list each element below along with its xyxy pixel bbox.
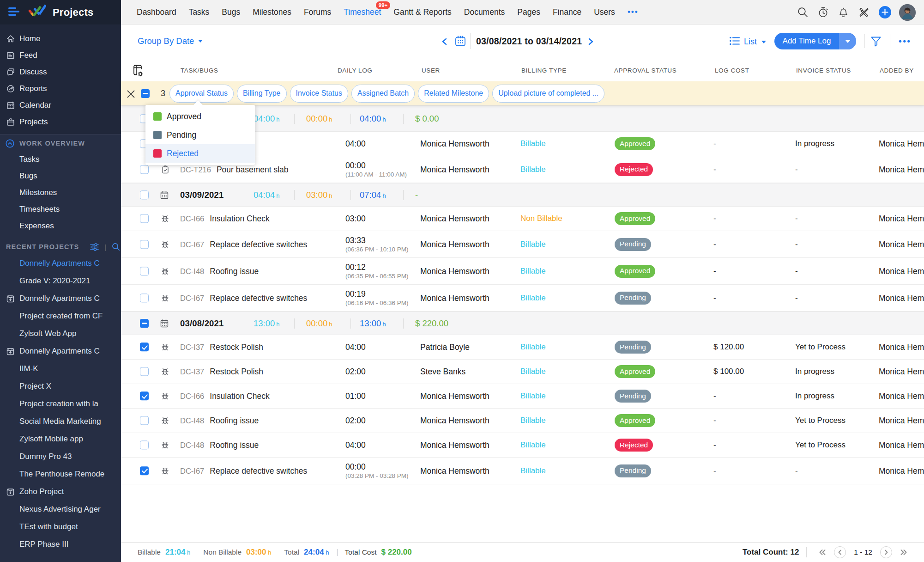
sidebar-subitem-timesheets[interactable]: Timesheets — [19, 205, 60, 214]
chevron-right-icon[interactable] — [588, 38, 594, 44]
item-name[interactable]: Roofing issue — [210, 416, 259, 425]
sidebar-subitem-expenses[interactable]: Expenses — [19, 221, 54, 231]
sidebar-item-home[interactable]: Home — [0, 31, 121, 47]
row-checkbox[interactable] — [140, 165, 149, 174]
filter-chip-approval-status[interactable]: Approval Status — [169, 85, 234, 103]
top-nav-item-documents[interactable]: Documents — [464, 7, 505, 17]
tools-icon[interactable] — [858, 7, 869, 18]
item-name[interactable]: Roofing issue — [210, 440, 259, 450]
row-checkbox[interactable] — [140, 240, 149, 249]
hamburger-menu-icon[interactable] — [8, 6, 20, 18]
bell-icon[interactable] — [838, 7, 849, 18]
item-name[interactable]: Roofing issue — [210, 266, 259, 275]
group-by-selector[interactable]: Group By Date — [138, 36, 203, 46]
column-header-log-cost[interactable]: LOG COST — [715, 67, 749, 74]
row-checkbox[interactable] — [140, 441, 149, 450]
row-checkbox[interactable] — [140, 293, 149, 302]
top-nav-item-timesheet[interactable]: Timesheet99+ — [344, 7, 381, 17]
next-page-icon[interactable] — [880, 546, 892, 558]
recent-project-item[interactable]: Grade V: 2020-2021 — [0, 272, 117, 290]
column-header-billing-type[interactable]: BILLING TYPE — [521, 67, 567, 74]
sidebar-subitem-bugs[interactable]: Bugs — [19, 171, 37, 181]
sidebar-item-discuss[interactable]: Discuss — [0, 64, 121, 80]
item-name[interactable]: Insulation Check — [210, 214, 269, 223]
last-page-icon[interactable] — [899, 547, 909, 557]
top-nav-item-dashboard[interactable]: Dashboard — [137, 7, 176, 17]
recent-project-item[interactable]: Project creation with la — [0, 395, 117, 413]
top-nav-item-milestones[interactable]: Milestones — [253, 7, 291, 17]
sidebar-item-calendar[interactable]: Calendar — [0, 97, 121, 114]
recent-project-item[interactable]: Project created from CF — [0, 307, 117, 325]
recent-project-item[interactable]: Nexus Advertising Ager — [0, 501, 117, 518]
top-nav-more-button[interactable]: ••• — [628, 7, 639, 17]
sidebar-subitem-milestones[interactable]: Milestones — [19, 188, 57, 197]
item-name[interactable]: Pour basement slab — [217, 165, 289, 174]
item-name[interactable]: Replace defective switches — [210, 239, 307, 249]
filter-chip-invoice-status[interactable]: Invoice Status — [290, 85, 349, 103]
top-nav-item-bugs[interactable]: Bugs — [222, 7, 240, 17]
column-header-added-by[interactable]: ADDED BY — [880, 67, 914, 74]
sidebar-section-work-overview[interactable]: WORK OVERVIEW — [0, 135, 121, 152]
filter-chip-assigned-batch[interactable]: Assigned Batch — [351, 85, 415, 103]
recent-project-item[interactable]: Zoho Project — [0, 483, 117, 501]
top-nav-item-finance[interactable]: Finance — [553, 7, 581, 17]
row-checkbox[interactable] — [140, 466, 149, 475]
view-switcher[interactable]: List — [730, 37, 766, 47]
recent-project-item[interactable]: Zylsoft Web App — [0, 325, 117, 342]
sidebar-subitem-tasks[interactable]: Tasks — [19, 155, 39, 164]
group-checkbox[interactable] — [140, 319, 149, 328]
top-nav-item-pages[interactable]: Pages — [517, 7, 540, 17]
select-all-checkbox[interactable] — [141, 89, 150, 98]
recent-project-item[interactable]: Project X — [0, 378, 117, 395]
sidebar-item-reports[interactable]: Reports — [0, 80, 121, 97]
search-icon[interactable] — [797, 7, 808, 18]
toolbar-more-button[interactable]: ••• — [899, 36, 911, 46]
calendar-picker-icon[interactable] — [455, 36, 466, 47]
column-header-approval-status[interactable]: APPROVAL STATUS — [614, 67, 676, 74]
first-page-icon[interactable] — [817, 547, 827, 557]
dropdown-option-rejected[interactable]: Rejected — [145, 144, 255, 163]
filter-chip-related-milestone[interactable]: Related Milestone — [418, 85, 489, 103]
column-header-task-bugs[interactable]: TASK/BUGS — [181, 67, 218, 74]
filter-chip-billing-type[interactable]: Billing Type — [237, 85, 287, 103]
plus-icon[interactable] — [879, 6, 891, 18]
timer-icon[interactable] — [818, 7, 828, 18]
recent-project-item[interactable]: The Penthouse Remode — [0, 465, 117, 483]
row-checkbox[interactable] — [140, 267, 149, 275]
prev-page-icon[interactable] — [834, 546, 846, 558]
row-checkbox[interactable] — [140, 343, 149, 352]
top-nav-item-forums[interactable]: Forums — [304, 7, 331, 17]
item-name[interactable]: Insulation Check — [210, 391, 269, 401]
recent-project-item[interactable]: TEst with budget — [0, 518, 117, 536]
item-name[interactable]: Restock Polish — [210, 342, 263, 352]
item-name[interactable]: Replace defective switches — [210, 466, 307, 475]
group-checkbox[interactable] — [140, 190, 149, 199]
recent-project-item[interactable]: Social Media Marketing — [0, 413, 117, 430]
column-header-invoice-status[interactable]: INVOICE STATUS — [796, 67, 851, 74]
row-checkbox[interactable] — [140, 392, 149, 401]
filter-funnel-icon[interactable] — [871, 37, 881, 47]
row-checkbox[interactable] — [140, 214, 149, 223]
recent-project-item[interactable]: IIM-K — [0, 360, 117, 378]
recent-project-item[interactable]: Donnelly Apartments C — [0, 342, 117, 360]
item-name[interactable]: Replace defective switches — [210, 293, 307, 302]
add-time-log-button[interactable]: Add Time Log — [774, 33, 856, 49]
dropdown-option-approved[interactable]: Approved — [145, 107, 255, 126]
top-nav-item-users[interactable]: Users — [594, 7, 615, 17]
dropdown-option-pending[interactable]: Pending — [145, 126, 255, 144]
add-time-log-dropdown[interactable] — [839, 33, 856, 49]
chevron-left-icon[interactable] — [441, 38, 447, 44]
row-checkbox[interactable] — [140, 367, 149, 376]
column-header-daily-log[interactable]: DAILY LOG — [338, 67, 372, 74]
sidebar-item-feed[interactable]: Feed — [0, 47, 121, 64]
recent-project-item[interactable]: Dummy Pro 43 — [0, 448, 117, 465]
recent-project-item[interactable]: Donnelly Apartments C — [0, 255, 117, 272]
search-icon[interactable] — [112, 243, 120, 251]
item-name[interactable]: Restock Polish — [210, 367, 263, 376]
sidebar-item-projects[interactable]: Projects — [0, 114, 121, 130]
recent-project-item[interactable]: ERP Phase III — [0, 536, 117, 553]
table-settings-icon[interactable] — [131, 64, 144, 78]
recent-project-item[interactable]: Zylsoft Mobile app — [0, 430, 117, 448]
top-nav-item-tasks[interactable]: Tasks — [189, 7, 210, 17]
row-checkbox[interactable] — [140, 416, 149, 425]
